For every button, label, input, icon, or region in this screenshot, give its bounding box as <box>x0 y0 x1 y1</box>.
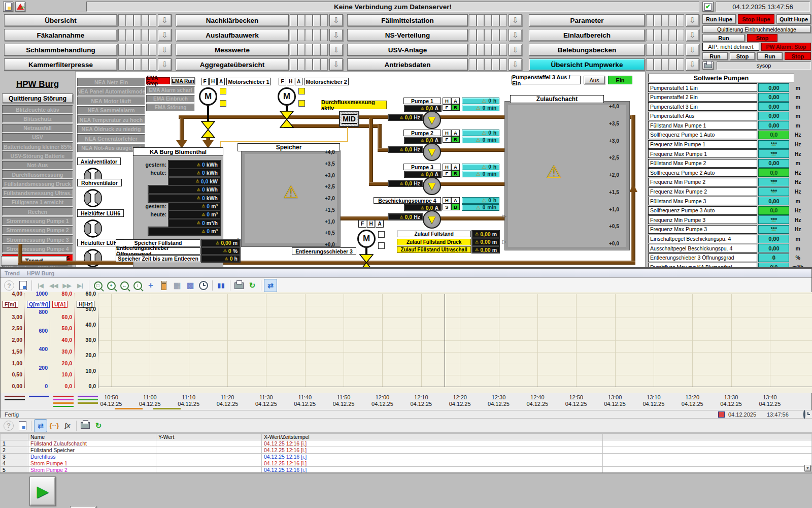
zoom-h-icon[interactable]: ↔ <box>118 279 130 292</box>
link-icon[interactable]: ⇄ <box>264 279 277 292</box>
valve-icon[interactable] <box>201 121 215 138</box>
sollwerte-value[interactable]: ⚠*** <box>758 187 789 196</box>
nav-cell[interactable] <box>469 29 477 41</box>
nav-cell[interactable] <box>320 14 328 26</box>
ack-fault-button[interactable]: Quittierung Störung <box>2 93 73 103</box>
sollwerte-value[interactable]: ⚠0,00 <box>758 244 789 252</box>
nav-cell[interactable] <box>484 44 492 56</box>
pw2-stop-button[interactable]: Stop <box>785 52 811 60</box>
y-axis-label[interactable]: F[m] <box>3 301 18 308</box>
integral-icon[interactable]: ∫x <box>61 420 74 432</box>
sollwerte-value[interactable]: ⚠0,00 <box>758 102 789 111</box>
nav-cell[interactable] <box>499 58 507 71</box>
nav-button[interactable]: Fällmittelstation <box>347 14 468 26</box>
sollwerte-value[interactable]: ⚠*** <box>758 140 789 149</box>
nav-cell[interactable] <box>669 14 676 26</box>
pause-icon[interactable]: ▮▮ <box>215 279 227 292</box>
nav-down-arrow-icon[interactable]: ⇩ <box>509 14 522 26</box>
nav-cell[interactable] <box>141 58 149 71</box>
sollwerte-value[interactable]: ⚠0,00 <box>758 197 789 205</box>
nav-cell[interactable] <box>313 58 320 71</box>
nav-cell[interactable] <box>290 58 297 71</box>
nav-cell[interactable] <box>499 44 507 56</box>
nav-cell[interactable] <box>676 44 684 56</box>
nav-down-arrow-icon[interactable]: ⇩ <box>329 44 343 56</box>
nav-cell[interactable] <box>320 44 328 56</box>
nav-cell[interactable] <box>499 29 507 41</box>
nav-cell[interactable] <box>654 44 661 56</box>
pw-stop-button[interactable]: Stop <box>730 52 755 60</box>
nav-down-arrow-icon[interactable]: ⇩ <box>158 29 172 41</box>
nav-cell[interactable] <box>484 58 492 71</box>
nav-cell[interactable] <box>133 44 141 56</box>
nav-cell[interactable] <box>305 58 313 71</box>
nav-cell[interactable] <box>469 44 477 56</box>
nav-button[interactable]: Einlaufbereich <box>529 29 645 41</box>
sollwerte-value[interactable]: ⚠*** <box>758 149 789 158</box>
pipe-fan-icon[interactable] <box>83 188 103 208</box>
nav-down-arrow-icon[interactable]: ⇩ <box>158 44 172 56</box>
notes-icon[interactable] <box>3 2 13 12</box>
print-icon[interactable] <box>233 279 245 292</box>
nav-cell[interactable] <box>477 44 484 56</box>
motor-icon[interactable]: M <box>199 87 217 106</box>
legend-swatch[interactable] <box>78 399 98 401</box>
quitt-hupe-button[interactable]: Quitt Hupe <box>776 14 811 24</box>
user-printer-icon[interactable] <box>702 61 714 70</box>
nav-button[interactable]: Belebungsbecken <box>529 44 645 56</box>
zoom-v-icon[interactable]: ↕ <box>131 279 144 292</box>
page-settings-icon[interactable] <box>16 420 28 432</box>
nav-cell[interactable] <box>149 44 156 56</box>
nav-down-arrow-icon[interactable]: ⇩ <box>158 58 172 71</box>
legend-swatch[interactable] <box>78 396 98 397</box>
curve-table-row[interactable]: 4 Strom Pumpe 1 04.12.25 12:16 [i.] <box>1 460 812 467</box>
nav-cell[interactable] <box>484 14 492 26</box>
col-index[interactable] <box>1 434 28 440</box>
mode-cell-f[interactable]: F <box>358 220 366 228</box>
nav-cell[interactable] <box>305 14 313 26</box>
nav-cell[interactable] <box>477 29 484 41</box>
nav-button[interactable]: Übersicht Pumpwerke <box>529 58 645 71</box>
run-hupe-button[interactable]: Run Hupe <box>702 14 736 24</box>
pump-mode-grid[interactable]: HAFB <box>443 164 460 177</box>
nav-down-arrow-icon[interactable]: ⇩ <box>686 44 699 56</box>
staffel-aus-button[interactable]: Aus <box>584 76 605 84</box>
y-axis-label[interactable]: H[Hz] <box>77 301 94 308</box>
nav-button[interactable]: Kammerfilterpresse <box>4 58 117 71</box>
sollwerte-value[interactable]: ⚠0,00 <box>758 121 789 130</box>
y-axis-label[interactable]: Q[m³/h] <box>27 301 50 308</box>
sollwerte-value[interactable]: ⚠0,0 <box>758 263 789 268</box>
nav-cell[interactable] <box>297 58 305 71</box>
help-icon[interactable]: ? <box>4 421 14 431</box>
calendar-check-icon[interactable]: ✔ <box>702 2 714 12</box>
ema-run-button[interactable]: Run <box>702 34 745 42</box>
nav-cell[interactable] <box>477 58 484 71</box>
nav-cell[interactable] <box>654 58 661 71</box>
nav-cell[interactable] <box>661 44 669 56</box>
ema-stop-button[interactable]: Stop <box>747 34 777 42</box>
nav-cell[interactable] <box>290 44 297 56</box>
nav-cell[interactable] <box>469 14 477 26</box>
nav-cell[interactable] <box>676 14 684 26</box>
nav-cell[interactable] <box>118 44 126 56</box>
nav-cell[interactable] <box>133 29 141 41</box>
sollwerte-value[interactable]: ⚠0,0 <box>758 131 789 139</box>
curve-name[interactable]: Füllstand Speicher <box>28 447 156 454</box>
pump-icon[interactable]: ▼ <box>423 210 441 229</box>
pump-mode-grid[interactable]: HAFB <box>443 130 460 143</box>
sollwerte-value[interactable]: ⚠0,0 <box>758 168 789 177</box>
nav-cell[interactable] <box>313 14 320 26</box>
nav-down-arrow-icon[interactable]: ⇩ <box>686 29 699 41</box>
curve-table-row[interactable]: 3 Durchfluss 04.12.25 12:16 [i.] <box>1 454 812 460</box>
legend-swatch[interactable] <box>5 399 25 401</box>
valve-icon[interactable] <box>359 254 374 268</box>
nav-down-arrow-icon[interactable]: ⇩ <box>329 58 343 71</box>
curve-name[interactable]: Durchfluss <box>28 454 156 460</box>
nav-cell[interactable] <box>669 44 676 56</box>
sollwerte-value[interactable]: ⚠*** <box>758 178 789 186</box>
nav-cell[interactable] <box>499 14 507 26</box>
motor-icon[interactable]: M <box>357 230 376 248</box>
sollwerte-value[interactable]: ⚠*** <box>758 225 789 234</box>
mode-cell-h[interactable]: H <box>287 78 294 85</box>
nav-button[interactable]: NS-Verteilung <box>347 29 468 41</box>
